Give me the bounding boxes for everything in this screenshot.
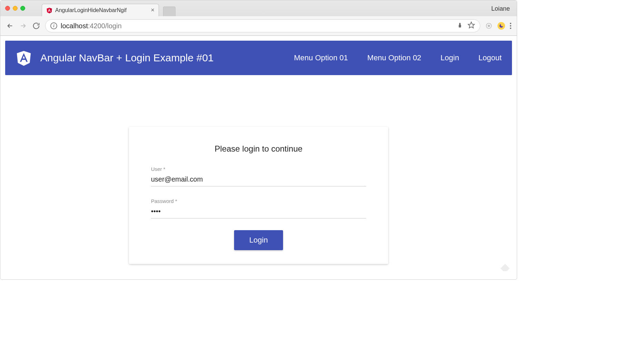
url-path: :4200/login bbox=[88, 22, 122, 30]
tab-bar: AngularLoginHideNavbarNgif × Loiane bbox=[0, 0, 517, 16]
url-text: localhost:4200/login bbox=[61, 22, 122, 30]
browser-chrome: AngularLoginHideNavbarNgif × Loiane i lo… bbox=[0, 0, 517, 36]
address-bar-actions bbox=[457, 21, 475, 31]
nav-logout-link[interactable]: Logout bbox=[479, 53, 502, 62]
url-host: localhost bbox=[61, 22, 88, 30]
login-heading: Please login to continue bbox=[151, 144, 366, 154]
extension-icon[interactable] bbox=[485, 22, 493, 30]
reload-button[interactable] bbox=[32, 22, 40, 30]
nav-menu-option-01[interactable]: Menu Option 01 bbox=[294, 53, 348, 62]
tab-title: AngularLoginHideNavbarNgif bbox=[55, 7, 127, 13]
save-password-icon[interactable] bbox=[457, 22, 463, 30]
bookmark-star-icon[interactable] bbox=[467, 21, 475, 31]
profile-name[interactable]: Loiane bbox=[491, 5, 510, 12]
navbar-title: Angular NavBar + Login Example #01 bbox=[40, 52, 294, 64]
nav-menu-option-02[interactable]: Menu Option 02 bbox=[367, 53, 421, 62]
maximize-window-button[interactable] bbox=[20, 6, 25, 11]
extension-moon-icon[interactable] bbox=[497, 22, 505, 30]
feedly-icon[interactable] bbox=[500, 263, 511, 275]
app-navbar: Angular NavBar + Login Example #01 Menu … bbox=[5, 41, 512, 75]
nav-login-link[interactable]: Login bbox=[441, 53, 459, 62]
minimize-window-button[interactable] bbox=[13, 6, 18, 11]
login-button[interactable]: Login bbox=[234, 230, 283, 250]
angular-logo-icon bbox=[16, 49, 32, 67]
user-field: User * bbox=[151, 166, 366, 186]
angular-icon bbox=[46, 7, 52, 13]
svg-rect-3 bbox=[459, 24, 461, 27]
login-card-container: Please login to continue User * Password… bbox=[5, 127, 512, 264]
toolbar: i localhost:4200/login bbox=[0, 16, 517, 35]
svg-point-6 bbox=[488, 25, 490, 27]
window-controls bbox=[5, 6, 25, 11]
submit-row: Login bbox=[151, 230, 366, 250]
address-bar[interactable]: i localhost:4200/login bbox=[45, 19, 480, 32]
browser-tab[interactable]: AngularLoginHideNavbarNgif × bbox=[42, 4, 159, 16]
password-label: Password * bbox=[151, 198, 366, 204]
forward-button[interactable] bbox=[19, 22, 27, 30]
site-info-icon[interactable]: i bbox=[50, 22, 57, 29]
svg-marker-4 bbox=[468, 22, 474, 28]
back-button[interactable] bbox=[6, 22, 14, 30]
close-tab-button[interactable]: × bbox=[151, 7, 154, 14]
svg-marker-1 bbox=[49, 8, 52, 13]
browser-menu-button[interactable] bbox=[510, 23, 511, 29]
login-card: Please login to continue User * Password… bbox=[129, 127, 388, 264]
password-input[interactable] bbox=[151, 206, 366, 218]
close-window-button[interactable] bbox=[5, 6, 10, 11]
user-input[interactable] bbox=[151, 174, 366, 186]
new-tab-button[interactable] bbox=[163, 7, 175, 16]
page-content: Angular NavBar + Login Example #01 Menu … bbox=[0, 36, 517, 269]
password-field: Password * bbox=[151, 198, 366, 218]
navbar-menu: Menu Option 01 Menu Option 02 Login Logo… bbox=[294, 53, 502, 62]
user-label: User * bbox=[151, 166, 366, 172]
